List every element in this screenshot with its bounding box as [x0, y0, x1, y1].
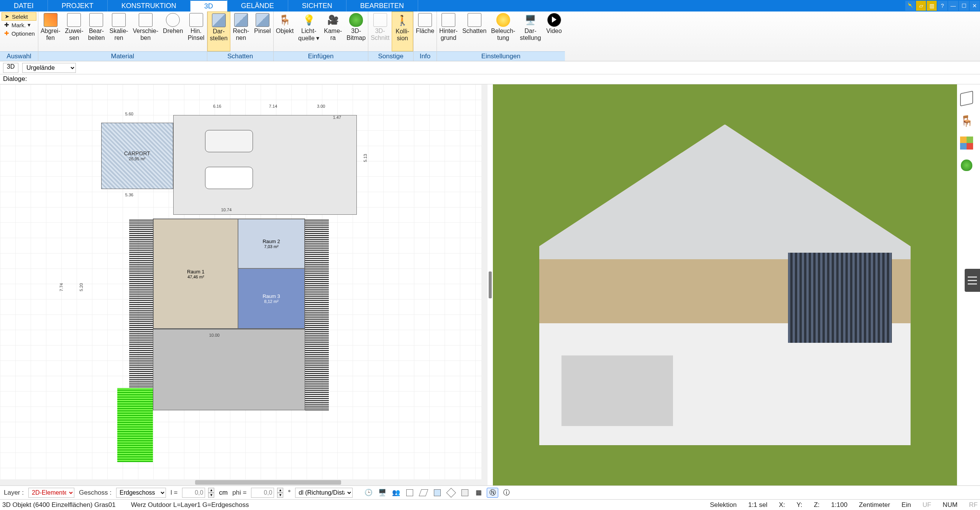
menu-datei[interactable]: DATEI: [0, 0, 48, 12]
titlebar-close-button[interactable]: ✕: [970, 1, 980, 11]
eyedropper-icon: [44, 13, 57, 27]
raum3-label: Raum 3: [263, 293, 280, 299]
bearbeiten-button[interactable]: Bear- beiten: [85, 12, 107, 51]
hinpinsel-button[interactable]: Hin. Pinsel: [185, 12, 207, 51]
background-icon: [442, 13, 455, 27]
phi-unit: °: [288, 489, 291, 497]
kollision-button[interactable]: 🚶Kolli- sion: [392, 12, 413, 51]
status-selektion: Selektion: [710, 501, 737, 509]
status-y: Y:: [796, 501, 802, 509]
skalieren-label: Skalie- ren: [109, 28, 128, 41]
set-schatten-button[interactable]: Schatten: [460, 12, 489, 51]
objekt-button[interactable]: 🪑Objekt: [274, 12, 296, 51]
titlebar-window1-icon[interactable]: ▱: [916, 1, 926, 11]
abgreifen-button[interactable]: Abgrei- fen: [38, 12, 63, 51]
hintergrund-button[interactable]: Hinter- grund: [437, 12, 460, 51]
terrain-select[interactable]: Urgelände: [22, 63, 76, 73]
darstellen-button[interactable]: Dar- stellen: [207, 12, 230, 51]
darstellung-label: Dar- stellung: [520, 28, 541, 41]
lichtquelle-button[interactable]: 💡Licht- quelle ▾: [296, 12, 322, 51]
tree-icon: [349, 13, 363, 27]
layer-select[interactable]: 2D-Elemente (3D): [28, 488, 74, 498]
rotate-icon: [166, 13, 180, 27]
selekt-button[interactable]: ➤ Selekt: [2, 12, 36, 21]
drehen-button[interactable]: Drehen: [161, 12, 185, 51]
floorplan-vscroll[interactable]: [481, 84, 488, 479]
menu-sichten[interactable]: SICHTEN: [288, 0, 346, 12]
pinsel-button[interactable]: Pinsel: [252, 12, 273, 51]
display-icon: 🖥️: [524, 13, 537, 27]
titlebar-maximize-button[interactable]: ☐: [959, 1, 969, 11]
menu-projekt[interactable]: PROJEKT: [48, 0, 108, 12]
copy-icon[interactable]: [404, 488, 415, 498]
dim-section-a: 6.16: [213, 104, 221, 109]
l-input[interactable]: [182, 488, 205, 498]
north-icon[interactable]: Ⓝ: [487, 488, 498, 498]
snap2-icon[interactable]: [432, 488, 443, 498]
bitmap-button[interactable]: 3D- Bitmap: [344, 12, 368, 51]
lightbulb-icon: 💡: [302, 13, 316, 27]
plants-icon[interactable]: [960, 159, 973, 172]
beleuchtung-button[interactable]: Beleuch- tung: [489, 12, 517, 51]
floorplan: CARPORT 26,95 m² Raum 1 47,46 m² Raum 2 …: [29, 100, 429, 469]
raum3-area: 8,12 m²: [264, 299, 278, 304]
optionen-button[interactable]: ✚ Optionen: [2, 29, 36, 38]
kamera-button[interactable]: 🎥Kame- ra: [322, 12, 344, 51]
monitor-icon[interactable]: 🖥️: [376, 488, 388, 498]
snap3-icon[interactable]: [445, 488, 457, 498]
dim-carport-left: 5.36: [125, 192, 133, 197]
menu-gelaende[interactable]: GELÄNDE: [227, 0, 288, 12]
menu-bearbeiten[interactable]: BEARBEITEN: [346, 0, 418, 12]
menu-konstruktion[interactable]: KONSTRUKTION: [108, 0, 190, 12]
dl-select[interactable]: dl (Richtung/Distanz): [295, 488, 353, 498]
dim-main-depth-l: 5.20: [79, 283, 84, 291]
phi-stepper[interactable]: ▲▼: [277, 488, 283, 498]
rechnen-button[interactable]: Rech- nen: [230, 12, 252, 51]
3d-viewport[interactable]: [493, 84, 957, 485]
skalieren-button[interactable]: Skalie- ren: [107, 12, 130, 51]
video-label: Video: [546, 28, 562, 35]
floorplan-hscroll[interactable]: [0, 479, 488, 485]
status-z: Z:: [814, 501, 819, 509]
status-rf: RF: [969, 501, 978, 509]
grid-icon[interactable]: ▦: [473, 488, 484, 498]
car-2: [205, 167, 253, 189]
background-brush-icon: [189, 13, 203, 27]
titlebar-minimize-button[interactable]: —: [948, 1, 958, 11]
verschieben-button[interactable]: Verschie- ben: [130, 12, 161, 51]
zuweisen-button[interactable]: Zuwei- sen: [62, 12, 85, 51]
clock-icon[interactable]: 🕒: [363, 488, 374, 498]
raum2: Raum 2 7,03 m²: [238, 219, 304, 268]
raum1-area: 47,46 m²: [187, 275, 204, 279]
status-uf: UF: [923, 501, 931, 509]
video-button[interactable]: Video: [543, 12, 565, 51]
flaeche-button[interactable]: Fläche: [414, 12, 437, 51]
titlebar-help-icon[interactable]: ?: [937, 1, 947, 11]
hedge-green: [117, 388, 153, 462]
status-ein: Ein: [901, 501, 911, 509]
pane-splitter[interactable]: [488, 84, 493, 485]
snap4-icon[interactable]: [459, 488, 471, 498]
darstellung-button[interactable]: 🖥️Dar- stellung: [517, 12, 543, 51]
status-sel-ratio: 1:1 sel: [748, 501, 767, 509]
phi-input[interactable]: [251, 488, 274, 498]
phi-label: phi =: [232, 489, 246, 497]
flaeche-label: Fläche: [416, 28, 434, 35]
schnitt-button[interactable]: 3D- Schnitt: [368, 12, 392, 51]
furniture-icon[interactable]: 🪑: [960, 114, 973, 127]
titlebar-tools-icon[interactable]: [905, 1, 915, 11]
floorplan-viewport[interactable]: CARPORT 26,95 m² Raum 1 47,46 m² Raum 2 …: [0, 84, 488, 485]
layers-icon[interactable]: [960, 90, 973, 106]
info-icon[interactable]: ⓘ: [501, 488, 512, 498]
snap1-icon[interactable]: [418, 488, 429, 498]
l-stepper[interactable]: ▲▼: [208, 488, 214, 498]
group-icon[interactable]: 👥: [390, 488, 402, 498]
side-panel-toggle[interactable]: [965, 269, 980, 292]
mark-button[interactable]: ✚ Mark. ▾: [2, 21, 36, 29]
palette-icon[interactable]: [960, 137, 973, 150]
titlebar-window2-icon[interactable]: ▥: [927, 1, 937, 11]
menu-3d[interactable]: 3D: [190, 0, 227, 12]
geschoss-select[interactable]: Erdgeschoss: [116, 488, 166, 498]
lighting-icon: [496, 13, 510, 27]
carport-area: CARPORT 26,95 m²: [101, 123, 173, 189]
